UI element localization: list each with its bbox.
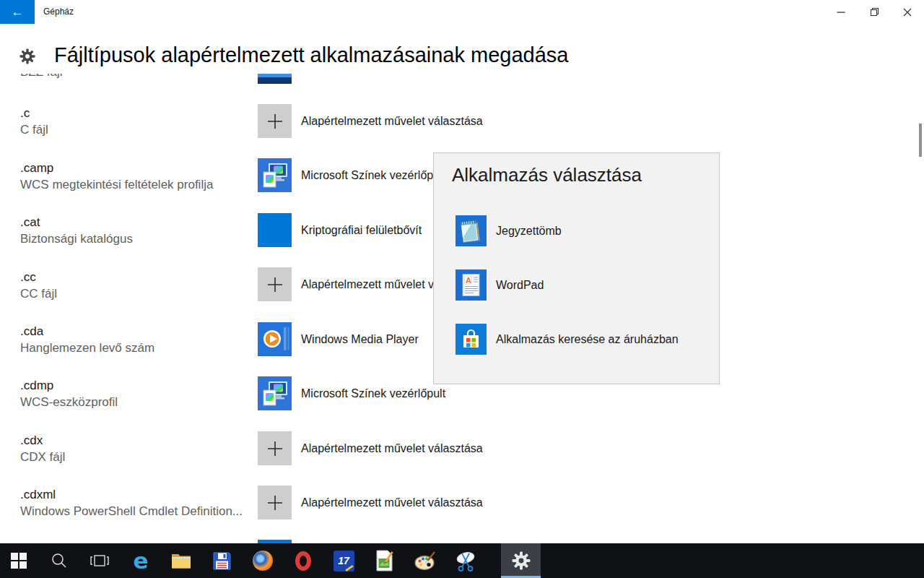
app-label: Microsoft Színek vezérlőpult [301, 387, 445, 400]
app-row[interactable]: Alapértelmezett művelet választása [258, 431, 483, 465]
settings-taskbar-button[interactable] [501, 543, 541, 578]
app-row[interactable]: Microsoft Színek vezérlőpult [258, 376, 445, 410]
file-type-row: .camp WCS megtekintési feltételek profil… [20, 161, 213, 192]
opera-button[interactable] [286, 543, 321, 578]
app-label: Alapértelmezett művelet választása [301, 442, 483, 455]
file-ext: .cdx [20, 434, 65, 448]
popup-item-wordpad[interactable]: A WordPad [456, 269, 544, 301]
window-title: Gépház [43, 0, 74, 24]
file-ext: .camp [20, 161, 213, 176]
file-type-row: .cat Biztonsági katalógus [20, 215, 133, 246]
popup-title: Alkalmazás választása [452, 164, 642, 186]
file-type-row: .cdx CDX fájl [20, 434, 65, 465]
edge-icon: e [133, 550, 148, 572]
file-desc: CDX fájl [20, 450, 65, 465]
search-button[interactable] [42, 543, 77, 578]
file-type-row: .cdmp WCS-eszközprofil [20, 379, 118, 410]
calendar-17-icon: 17 [334, 551, 354, 571]
file-desc: Hanglemezen levő szám [20, 341, 154, 355]
file-ext: .cdxml [20, 488, 243, 502]
image-document-icon [375, 550, 394, 571]
file-ext: .c [20, 106, 48, 121]
popup-item-label: Jegyzettömb [496, 225, 562, 238]
plus-icon [258, 486, 292, 519]
minimize-button[interactable] [824, 0, 858, 24]
task-view-icon [90, 553, 109, 568]
popup-item-notepad[interactable]: Jegyzettömb [456, 215, 562, 246]
taskbar: e 17 [0, 543, 924, 578]
plus-icon [258, 267, 292, 301]
store-icon [456, 324, 487, 355]
folder-icon [171, 553, 191, 569]
windows-logo-icon [11, 553, 27, 569]
app-label: Alapértelmezett művelet választása [301, 496, 483, 509]
file-desc: Windows PowerShell Cmdlet Definition... [20, 504, 243, 519]
app-row[interactable]: Alapértelmezett művelet választása [258, 486, 483, 519]
crypto-shell-icon [258, 213, 292, 247]
ms-colors-icon [258, 376, 292, 410]
app-row[interactable]: Windows Media Player [258, 322, 419, 356]
choose-app-popup: Alkalmazás választása Jegyzettömb [433, 152, 720, 384]
snipping-tool-icon [455, 551, 476, 571]
file-explorer-button[interactable] [164, 543, 199, 578]
opera-icon [295, 551, 311, 571]
file-type-row: .cc CC fájl [20, 270, 57, 301]
task-view-button[interactable] [82, 543, 117, 578]
wordpad-icon: A [456, 269, 487, 301]
file-type-row: .c C fájl [20, 106, 48, 137]
app-row[interactable]: Alapértelmezett művelet választása [258, 104, 483, 138]
wmp-icon [258, 322, 292, 356]
notepad-icon [456, 215, 487, 246]
settings-gear-icon [19, 48, 35, 64]
file-desc: CC fájl [20, 287, 57, 301]
app-row[interactable]: Kriptográfiai felületbővít [258, 213, 422, 247]
floppy-disk-icon [212, 551, 232, 571]
close-button[interactable] [891, 0, 924, 24]
ms-colors-icon [258, 158, 292, 192]
file-ext: .cc [20, 270, 57, 285]
app-label: Alapértelmezett művelet választása [301, 115, 483, 128]
file-desc: WCS-eszközprofil [20, 395, 118, 410]
plus-icon [258, 104, 292, 138]
paint-palette-icon [414, 551, 436, 571]
file-desc: WCS megtekintési feltételek profilja [20, 178, 213, 192]
calendar-app-button[interactable]: 17 [326, 543, 361, 578]
window-header: ← Gépház Fájltípusok alapértelmezett alk… [0, 0, 924, 74]
app-row[interactable]: Microsoft Színek vezérlőpult [258, 158, 445, 192]
back-arrow-icon: ← [12, 5, 24, 20]
plus-icon [258, 431, 292, 465]
image-viewer-button[interactable] [367, 543, 402, 578]
svg-text:A: A [466, 276, 471, 285]
file-ext: .cdmp [20, 379, 118, 393]
file-type-row: .cda Hanglemezen levő szám [20, 324, 154, 355]
file-type-row: .cdxml Windows PowerShell Cmdlet Definit… [20, 488, 243, 519]
page-title: Fájltípusok alapértelmezett alkalmazásai… [54, 43, 568, 67]
file-desc: C fájl [20, 123, 48, 137]
popup-item-store-search[interactable]: Alkalmazás keresése az áruházban [456, 324, 679, 355]
edge-button[interactable]: e [123, 543, 158, 578]
back-button[interactable]: ← [0, 0, 35, 24]
gear-icon [512, 551, 531, 570]
paint-button[interactable] [408, 543, 443, 578]
start-button[interactable] [1, 543, 36, 578]
app-label: Kriptográfiai felületbővít [301, 224, 422, 237]
floppy-app-button[interactable] [204, 543, 239, 578]
file-desc: Biztonsági katalógus [20, 232, 133, 246]
snipping-tool-button[interactable] [448, 543, 483, 578]
file-ext: .cat [20, 215, 133, 230]
firefox-button[interactable] [245, 543, 280, 578]
scrollbar-thumb[interactable] [919, 124, 922, 157]
popup-item-label: WordPad [496, 279, 544, 292]
app-label: Microsoft Színek vezérlőpult [301, 169, 445, 182]
app-label: Windows Media Player [301, 333, 419, 346]
search-icon [51, 552, 68, 569]
popup-item-label: Alkalmazás keresése az áruházban [496, 333, 679, 346]
firefox-icon [253, 551, 273, 571]
file-ext: .cda [20, 324, 154, 339]
restore-button[interactable] [858, 0, 891, 24]
